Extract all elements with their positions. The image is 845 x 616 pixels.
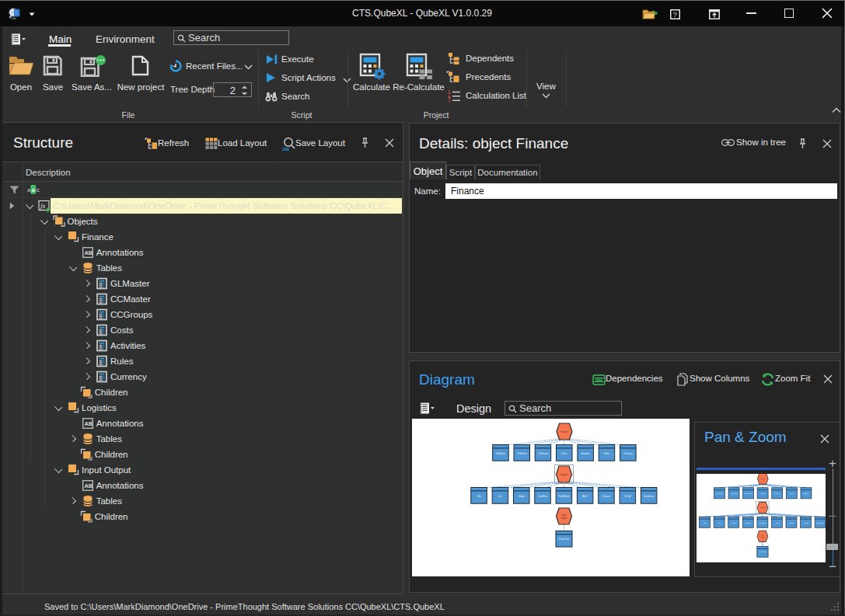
svg-text:CCGroups: CCGroups: [538, 452, 549, 455]
svg-text:Logistics: Logistics: [560, 473, 568, 476]
svg-text:Distribution: Distribution: [644, 495, 655, 498]
svg-text:Output: Output: [561, 517, 567, 520]
svg-text:B: B: [32, 188, 36, 193]
svg-text:Alloc?: Alloc?: [582, 495, 588, 498]
svg-text:Lot: Lot: [499, 495, 502, 498]
svg-text:A: A: [27, 188, 31, 193]
svg-text:JourPlan: JourPlan: [539, 495, 547, 498]
svg-text:Grade: Grade: [519, 495, 525, 498]
svg-text:100: 100: [282, 147, 289, 151]
svg-text:Activities: Activities: [581, 452, 591, 455]
svg-text:Classes: Classes: [602, 495, 611, 498]
svg-text:CCMaster: CCMaster: [517, 452, 527, 455]
svg-text:TechMaster: TechMaster: [558, 495, 570, 498]
svg-text:Fixed Cms: Fixed Cms: [559, 538, 570, 541]
svg-text:i: i: [449, 98, 450, 103]
svg-text:XLSX: XLSX: [596, 378, 603, 381]
svg-text:GLMaster: GLMaster: [496, 452, 505, 455]
svg-text:Finance: Finance: [560, 430, 568, 433]
svg-text:Gr Std: Gr Std: [624, 495, 631, 498]
svg-text:Currency: Currency: [623, 452, 633, 455]
svg-text:?: ?: [672, 10, 676, 19]
svg-text:C: C: [37, 188, 40, 193]
svg-text:Input: Input: [562, 513, 567, 517]
svg-text:e: e: [15, 17, 16, 19]
svg-text:Silo: Silo: [477, 495, 481, 498]
svg-text:Costs: Costs: [561, 452, 567, 455]
svg-text:Rules: Rules: [604, 452, 610, 455]
